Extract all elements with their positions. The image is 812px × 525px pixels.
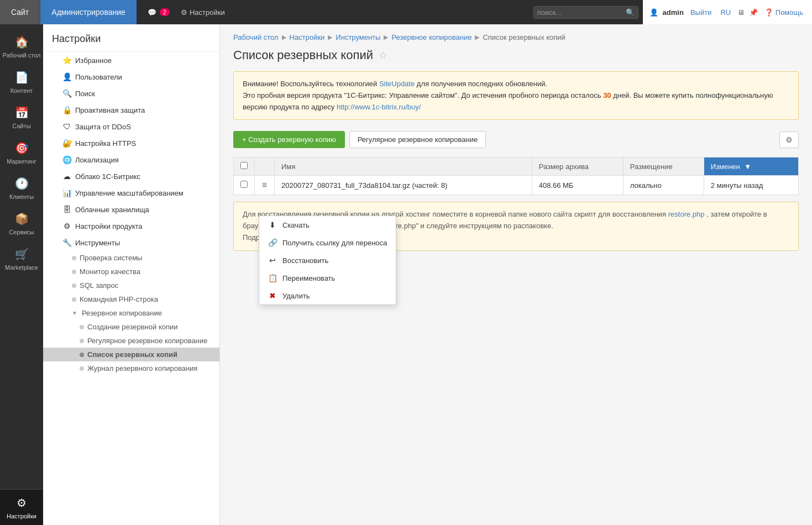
- nav-label-storage: Облачные хранилища: [75, 206, 215, 214]
- sort-arrow: ▼: [744, 162, 751, 171]
- nav-item-cloud[interactable]: ☁ Облако 1С-Битрикс: [43, 168, 219, 185]
- row-menu-icon[interactable]: ≡: [262, 180, 267, 190]
- notification-count: 2: [160, 8, 170, 16]
- sidebar-item-settings[interactable]: ⚙ Настройки: [0, 489, 43, 525]
- nav-subsub-schedule-backup[interactable]: Регулярное резервное копирование: [43, 334, 219, 348]
- context-menu: ⬇ Скачать 🔗 Получить ссылку для переноса…: [259, 216, 396, 305]
- context-download-label: Скачать: [282, 221, 310, 229]
- sidebar-item-sites[interactable]: 📅 Сайты: [0, 99, 43, 135]
- nav-subsub-list-backup[interactable]: Список резервных копий: [43, 348, 219, 361]
- sidebar-label-marketing: Маркетинг: [7, 158, 36, 165]
- restore-php-link[interactable]: restore.php: [668, 210, 705, 218]
- scale-nav-icon: 📊: [62, 188, 72, 198]
- user-icon: 👤: [649, 8, 658, 17]
- nav-sub-syscheck[interactable]: Проверка системы: [43, 251, 219, 265]
- nav-title: Настройки: [43, 24, 219, 52]
- https-nav-icon: 🔐: [62, 138, 72, 148]
- table-row: ≡ 20200727_080731_full_73da8104.tar.gz (…: [234, 176, 799, 195]
- nav-item-protect[interactable]: 🔒 Проактивная защита: [43, 102, 219, 118]
- content-icon: 📄: [14, 70, 29, 85]
- dot-quality: [72, 270, 76, 274]
- settings-icon: ⚙: [14, 495, 29, 511]
- select-all-checkbox[interactable]: [240, 162, 248, 169]
- buy-link[interactable]: http://www.1c-bitrix.ru/buy/: [337, 103, 421, 111]
- alert-box: Внимание! Воспользуйтесь технологией Sit…: [233, 71, 799, 120]
- dot-cmdphp: [72, 297, 76, 302]
- days-highlight: 30: [603, 91, 611, 99]
- help-button[interactable]: ❓ Помощь: [762, 7, 805, 18]
- rename-icon: 📋: [268, 274, 277, 282]
- help-icon: ❓: [764, 8, 773, 17]
- nav-item-izbr[interactable]: ⭐ Избранное: [43, 52, 219, 69]
- siteupdate-link[interactable]: SiteUpdate: [379, 80, 415, 88]
- nav-sub-cmdphp[interactable]: Командная PHP-строка: [43, 292, 219, 306]
- shield-nav-icon: 🛡: [62, 122, 72, 132]
- context-getlink-label: Получить ссылку для переноса: [282, 239, 387, 247]
- nav-item-search[interactable]: 🔍 Поиск: [43, 85, 219, 102]
- label-backup-group: Резервное копирование: [82, 309, 162, 317]
- nav-item-tools[interactable]: 🔧 Инструменты: [43, 234, 219, 251]
- nav-subsub-log-backup[interactable]: Журнал резервного копирования: [43, 361, 219, 375]
- nav-item-scale[interactable]: 📊 Управление масштабированием: [43, 185, 219, 201]
- username-label: admin: [663, 8, 684, 17]
- breadcrumb-settings[interactable]: Настройки: [290, 33, 325, 41]
- sep1: ▶: [282, 34, 286, 41]
- notifications-button[interactable]: 💬 2: [143, 6, 174, 19]
- nav-item-storage[interactable]: 🗄 Облачные хранилища: [43, 201, 219, 218]
- tab-admin[interactable]: Администрирование: [40, 0, 137, 24]
- col-checkbox: [234, 158, 255, 176]
- context-menu-rename[interactable]: 📋 Переименовать: [259, 269, 396, 287]
- col-changed[interactable]: Изменен ▼: [704, 158, 798, 176]
- sidebar-item-clients[interactable]: 🕐 Клиенты: [0, 170, 43, 206]
- breadcrumb-backup[interactable]: Резервное копирование: [391, 33, 472, 41]
- sidebar-label-clients: Клиенты: [9, 193, 34, 200]
- search-input[interactable]: [537, 8, 626, 17]
- context-restore-label: Восстановить: [282, 256, 328, 265]
- context-menu-download[interactable]: ⬇ Скачать: [259, 216, 396, 234]
- col-menu: [255, 158, 275, 176]
- icon-sidebar: 🏠 Рабочий стол 📄 Контент 📅 Сайты 🎯 Марке…: [0, 24, 43, 525]
- sidebar-item-marketing[interactable]: 🎯 Маркетинг: [0, 135, 43, 170]
- cart-icon: 🛒: [14, 246, 29, 262]
- context-menu-get-link[interactable]: 🔗 Получить ссылку для переноса: [259, 234, 396, 251]
- favorite-star-icon[interactable]: ☆: [379, 49, 387, 61]
- arrow-backup: ▼: [72, 310, 78, 316]
- nav-label-users: Пользователи: [75, 73, 215, 81]
- nav-sub-backup-group[interactable]: ▼ Резервное копирование: [43, 306, 219, 320]
- breadcrumb-tools[interactable]: Инструменты: [336, 33, 380, 41]
- context-menu-delete[interactable]: ✖ Удалить: [259, 287, 396, 305]
- nav-subsub-create-backup[interactable]: Создание резервной копии: [43, 320, 219, 334]
- row-checkbox[interactable]: [240, 181, 248, 188]
- monitor-icon: 🖥: [737, 8, 745, 17]
- nav-sub-quality[interactable]: Монитор качества: [43, 265, 219, 279]
- nav-sub-sql[interactable]: SQL запрос: [43, 279, 219, 292]
- restore-icon: ↩: [268, 256, 277, 265]
- nav-label-locale: Локализация: [75, 156, 215, 164]
- alert-text-2: для получения последних обновлений.: [417, 80, 547, 88]
- nav-item-ddos[interactable]: 🛡 Защита от DDoS: [43, 118, 219, 135]
- context-menu-restore[interactable]: ↩ Восстановить: [259, 251, 396, 269]
- sidebar-label-desktop: Рабочий стол: [2, 52, 40, 59]
- sidebar-item-services[interactable]: 📦 Сервисы: [0, 206, 43, 241]
- language-button[interactable]: RU: [718, 7, 733, 18]
- tab-site[interactable]: Сайт: [0, 0, 40, 24]
- clock-icon: 🕐: [14, 176, 29, 191]
- nav-item-prodset[interactable]: ⚙ Настройки продукта: [43, 218, 219, 234]
- breadcrumb-desktop[interactable]: Рабочий стол: [233, 33, 279, 41]
- nav-label-ddos: Защита от DDoS: [75, 123, 215, 131]
- sidebar-label-sites: Сайты: [12, 123, 30, 129]
- sidebar-item-marketplace[interactable]: 🛒 Marketplace: [0, 241, 43, 276]
- sidebar-item-content[interactable]: 📄 Контент: [0, 64, 43, 99]
- schedule-backup-button[interactable]: Регулярное резервное копирование: [349, 131, 486, 148]
- logout-button[interactable]: Выйти: [688, 7, 714, 18]
- settings-header-button[interactable]: ⚙ Настройки: [176, 6, 229, 19]
- sidebar-label-services: Сервисы: [9, 229, 34, 235]
- nav-item-users[interactable]: 👤 Пользователи: [43, 69, 219, 85]
- table-settings-button[interactable]: ⚙: [779, 132, 799, 148]
- sidebar-item-desktop[interactable]: 🏠 Рабочий стол: [0, 29, 43, 64]
- help-label: Помощь: [776, 8, 803, 17]
- context-rename-label: Переименовать: [282, 274, 335, 282]
- nav-item-https[interactable]: 🔐 Настройка HTTPS: [43, 135, 219, 151]
- create-backup-button[interactable]: + Создать резервную копию: [233, 131, 345, 148]
- nav-item-locale[interactable]: 🌐 Локализация: [43, 151, 219, 168]
